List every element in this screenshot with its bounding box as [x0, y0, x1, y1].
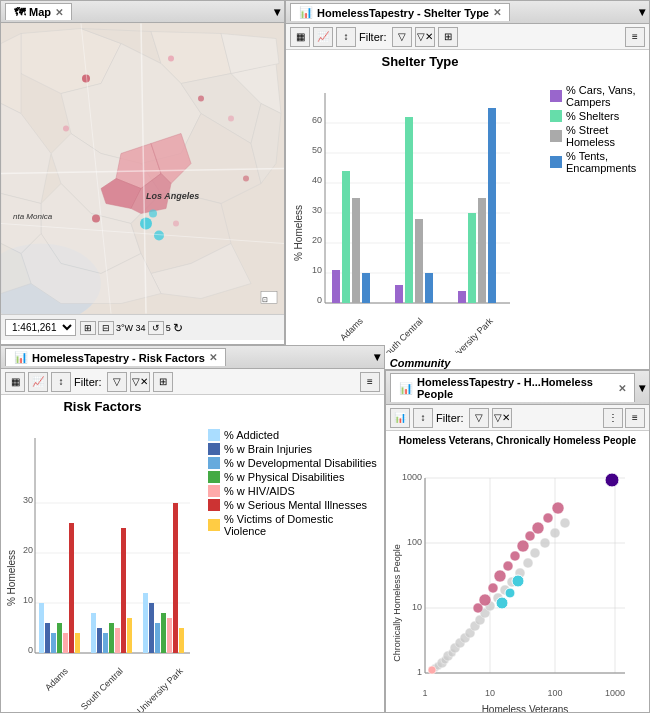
svg-text:nta Monica: nta Monica: [13, 212, 53, 221]
homeless-tab[interactable]: 📊 HomelessTapestry - H...Homeless People…: [390, 373, 635, 402]
map-tool-2[interactable]: ⊟: [98, 321, 114, 335]
svg-text:South Central: South Central: [379, 316, 425, 353]
svg-point-159: [525, 531, 535, 541]
svg-rect-101: [149, 603, 154, 653]
shelter-chart-title: Shelter Type: [290, 54, 550, 69]
svg-point-34: [149, 210, 157, 218]
svg-rect-105: [173, 503, 178, 653]
svg-rect-64: [395, 285, 403, 303]
svg-text:30: 30: [23, 495, 33, 505]
legend-domestic: % Victims of Domestic Violence: [208, 513, 378, 537]
homeless-panel-header: 📊 HomelessTapestry - H...Homeless People…: [386, 371, 649, 405]
shelter-toolbar: ▦ 📈 ↕ Filter: ▽ ▽✕ ⊞ ≡: [286, 24, 649, 50]
svg-point-28: [92, 215, 100, 223]
map-tool-3[interactable]: ↺: [148, 321, 164, 335]
svg-text:Chronically Homeless People: Chronically Homeless People: [392, 544, 402, 662]
svg-rect-65: [405, 117, 413, 303]
svg-text:1000: 1000: [402, 472, 422, 482]
risk-toolbar: ▦ 📈 ↕ Filter: ▽ ▽✕ ⊞ ≡: [1, 369, 384, 395]
svg-rect-62: [352, 198, 360, 303]
homeless-close-button[interactable]: ✕: [618, 383, 626, 394]
svg-point-155: [494, 570, 506, 582]
homeless-filter2-button[interactable]: ▽✕: [492, 408, 512, 428]
homeless-panel-dropdown[interactable]: ▾: [639, 381, 645, 395]
legend-mental: % w Serious Mental Illnesses: [208, 499, 378, 511]
shelter-settings-button[interactable]: ≡: [625, 27, 645, 47]
svg-point-33: [154, 231, 164, 241]
svg-text:10: 10: [23, 595, 33, 605]
risk-bar-chart-button[interactable]: ▦: [5, 372, 25, 392]
svg-text:10: 10: [312, 265, 322, 275]
svg-text:University Park: University Park: [445, 316, 495, 353]
homeless-settings-button[interactable]: ⋮: [603, 408, 623, 428]
svg-point-31: [173, 221, 179, 227]
homeless-toolbar-right: ⋮ ≡: [603, 408, 645, 428]
shelter-chart-svg: % Homeless 0 10 20 30 40 50 60: [290, 73, 550, 353]
map-close-button[interactable]: ✕: [55, 7, 63, 18]
homeless-filter1-button[interactable]: ▽: [469, 408, 489, 428]
risk-panel-dropdown[interactable]: ▾: [374, 350, 380, 364]
svg-point-29: [243, 176, 249, 182]
legend-developmental: % w Developmental Disabilities: [208, 457, 378, 469]
legend-hiv: % w HIV/AIDS: [208, 485, 378, 497]
shelter-tab[interactable]: 📊 HomelessTapestry - Shelter Type ✕: [290, 3, 510, 21]
legend-street-color: [550, 130, 562, 142]
svg-text:South Central: South Central: [79, 666, 125, 712]
table-button[interactable]: ⊞: [438, 27, 458, 47]
svg-point-154: [488, 583, 498, 593]
svg-rect-69: [468, 213, 476, 303]
homeless-line-button[interactable]: ↕: [413, 408, 433, 428]
svg-point-149: [540, 538, 550, 548]
svg-point-161: [543, 513, 553, 523]
risk-chart-container: Risk Factors % Homeless 0 10 20 30: [1, 395, 384, 713]
map-tab[interactable]: 🗺 Map ✕: [5, 3, 72, 20]
svg-rect-71: [488, 108, 496, 303]
homeless-tab-label: HomelessTapestry - H...Homeless People: [417, 376, 614, 400]
svg-rect-89: [57, 623, 62, 653]
svg-rect-63: [362, 273, 370, 303]
filter1-button[interactable]: ▽: [392, 27, 412, 47]
shelter-panel-dropdown[interactable]: ▾: [639, 5, 645, 19]
svg-text:10: 10: [485, 688, 495, 698]
line-chart-button[interactable]: 📈: [313, 27, 333, 47]
svg-point-162: [552, 502, 564, 514]
map-canvas[interactable]: Los Angeles nta Monica ⊡: [1, 23, 284, 314]
homeless-list-button[interactable]: ≡: [625, 408, 645, 428]
svg-text:10: 10: [412, 602, 422, 612]
sort-button[interactable]: ↕: [336, 27, 356, 47]
filter-label: Filter:: [359, 31, 387, 43]
risk-tab-label: HomelessTapestry - Risk Factors: [32, 352, 205, 364]
map-tool-1[interactable]: ⊞: [80, 321, 96, 335]
risk-settings-button[interactable]: ≡: [360, 372, 380, 392]
risk-filter2-button[interactable]: ▽✕: [130, 372, 150, 392]
risk-chart-title: Risk Factors: [5, 399, 200, 414]
svg-point-153: [479, 594, 491, 606]
shelter-close-button[interactable]: ✕: [493, 7, 501, 18]
scale-selector[interactable]: 1:461,261: [5, 319, 76, 336]
risk-table-button[interactable]: ⊞: [153, 372, 173, 392]
shelter-legend: % Cars, Vans, Campers % Shelters % Stree…: [550, 54, 645, 369]
legend-mental-label: % w Serious Mental Illnesses: [224, 499, 367, 511]
risk-tab[interactable]: 📊 HomelessTapestry - Risk Factors ✕: [5, 348, 226, 366]
shelter-panel: 📊 HomelessTapestry - Shelter Type ✕ ▾ ▦ …: [285, 0, 650, 370]
risk-close-button[interactable]: ✕: [209, 352, 217, 363]
filter2-button[interactable]: ▽✕: [415, 27, 435, 47]
map-coord-label: 3°W 34: [116, 323, 146, 333]
risk-filter1-button[interactable]: ▽: [107, 372, 127, 392]
svg-text:40: 40: [312, 175, 322, 185]
legend-domestic-label: % Victims of Domestic Violence: [224, 513, 378, 537]
bar-chart-button[interactable]: ▦: [290, 27, 310, 47]
risk-sort-button[interactable]: ↕: [51, 372, 71, 392]
map-refresh-button[interactable]: ↻: [173, 321, 183, 335]
homeless-toolbar: 📊 ↕ Filter: ▽ ▽✕ ⋮ ≡: [386, 405, 649, 431]
legend-physical-label: % w Physical Disabilities: [224, 471, 344, 483]
svg-text:20: 20: [23, 545, 33, 555]
risk-line-chart-button[interactable]: 📈: [28, 372, 48, 392]
legend-brain-color: [208, 443, 220, 455]
homeless-chart-button[interactable]: 📊: [390, 408, 410, 428]
risk-tab-icon: 📊: [14, 351, 28, 364]
legend-brain: % w Brain Injuries: [208, 443, 378, 455]
map-panel-dropdown[interactable]: ▾: [274, 5, 280, 19]
svg-text:⊡: ⊡: [262, 296, 268, 303]
homeless-filter-label: Filter:: [436, 412, 464, 424]
